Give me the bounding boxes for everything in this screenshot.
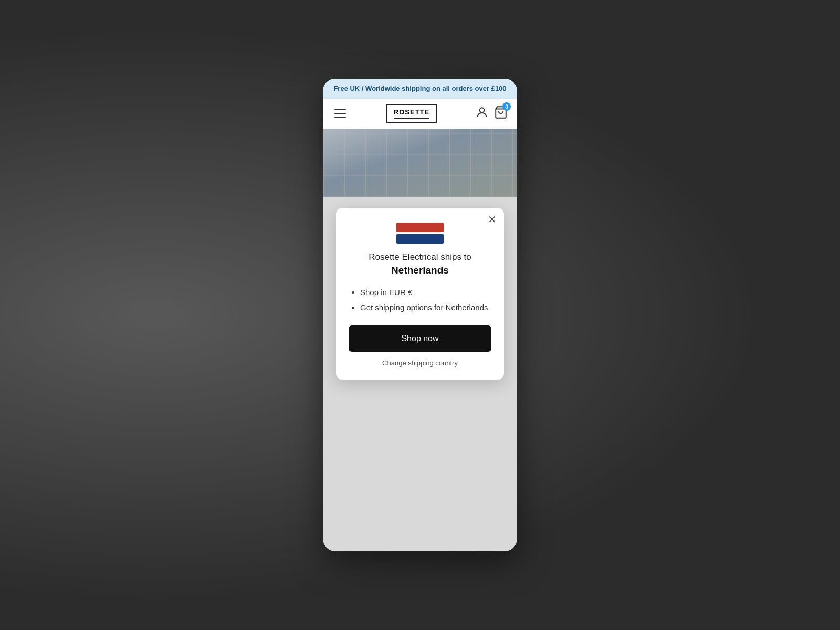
user-account-button[interactable] <box>475 106 489 121</box>
change-country-button[interactable]: Change shipping country <box>349 359 491 367</box>
user-icon <box>475 106 489 119</box>
benefit-shipping: Get shipping options for Netherlands <box>360 302 491 313</box>
modal-benefits-list: Shop in EUR € Get shipping options for N… <box>349 287 491 313</box>
hero-image <box>323 129 517 197</box>
announcement-bar: Free UK / Worldwide shipping on all orde… <box>323 79 517 99</box>
scroll-area: ✕ Rosette Electrical ships to Netherland… <box>323 197 517 551</box>
cart-button[interactable]: 0 <box>494 106 508 121</box>
logo[interactable]: ROSETTE <box>386 104 437 123</box>
svg-point-0 <box>480 108 485 113</box>
announcement-text: Free UK / Worldwide shipping on all orde… <box>333 85 506 92</box>
country-name: Netherlands <box>349 265 491 276</box>
logo-text: ROSETTE <box>394 108 429 116</box>
hamburger-line-2 <box>334 113 346 114</box>
benefit-currency: Shop in EUR € <box>360 287 491 298</box>
header: ROSETTE 0 <box>323 99 517 129</box>
hamburger-line-1 <box>334 109 346 110</box>
netherlands-flag <box>349 223 491 244</box>
menu-button[interactable] <box>332 107 348 120</box>
ships-to-text: Rosette Electrical ships to <box>349 252 491 262</box>
cart-badge: 0 <box>502 102 511 111</box>
modal-overlay: ✕ Rosette Electrical ships to Netherland… <box>323 197 517 551</box>
header-icons: 0 <box>475 106 508 121</box>
hamburger-line-3 <box>334 117 346 118</box>
shipping-modal: ✕ Rosette Electrical ships to Netherland… <box>336 208 504 380</box>
modal-close-button[interactable]: ✕ <box>488 214 497 225</box>
flag-blue-stripe <box>396 234 444 244</box>
phone-frame: Free UK / Worldwide shipping on all orde… <box>323 79 517 551</box>
flag-red-stripe <box>396 223 444 232</box>
logo-underline <box>394 118 429 119</box>
shop-now-button[interactable]: Shop now <box>349 326 491 352</box>
